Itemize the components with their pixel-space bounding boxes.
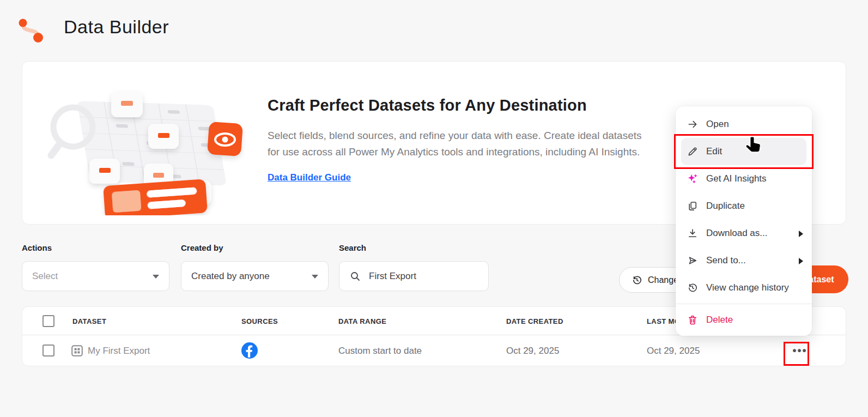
- arrow-right-icon: [687, 118, 699, 130]
- submenu-chevron-right-icon: [799, 231, 803, 237]
- menu-item-edit[interactable]: Edit: [681, 138, 806, 165]
- page-title: Data Builder: [64, 16, 169, 38]
- created-by-select[interactable]: Created by anyone: [181, 261, 329, 291]
- data-card-shape: [103, 179, 208, 215]
- send-icon: [687, 255, 699, 267]
- data-builder-guide-link[interactable]: Data Builder Guide: [268, 172, 351, 183]
- date-created-value: Oct 29, 2025: [506, 346, 559, 356]
- hero-description-line2: for use across all Power My Analytics to…: [268, 144, 642, 160]
- column-header-sources: SOURCES: [241, 317, 278, 325]
- row-actions-menu-button[interactable]: •••: [788, 340, 812, 361]
- menu-item-view-change-history[interactable]: View change history: [676, 274, 812, 301]
- dataset-grid-icon: [71, 345, 83, 356]
- column-header-data-range: DATA RANGE: [338, 317, 386, 325]
- download-icon: [687, 227, 699, 239]
- chevron-down-icon: [312, 275, 318, 279]
- created-by-select-value: Created by anyone: [181, 271, 270, 282]
- menu-item-label: Delete: [706, 315, 733, 325]
- search-label: Search: [339, 243, 366, 252]
- actions-select-value: Select: [22, 271, 58, 282]
- menu-item-label: Edit: [706, 146, 722, 157]
- created-by-label: Created by: [181, 243, 223, 252]
- column-header-date-created: DATE CREATED: [506, 317, 563, 325]
- dataset-name[interactable]: My First Export: [88, 346, 150, 356]
- sparkles-icon: [687, 173, 699, 185]
- submenu-chevron-right-icon: [799, 258, 803, 264]
- column-header-dataset: DATASET: [72, 317, 106, 325]
- search-field[interactable]: [339, 261, 489, 291]
- hero-description: Select fields, blend sources, and refine…: [268, 128, 642, 160]
- trash-icon: [687, 314, 699, 326]
- actions-label: Actions: [22, 243, 52, 252]
- menu-item-label: Duplicate: [706, 201, 745, 211]
- hero-description-line1: Select fields, blend sources, and refine…: [268, 128, 642, 144]
- search-input[interactable]: [369, 271, 472, 282]
- menu-item-get-ai-insights[interactable]: Get AI Insights: [676, 165, 812, 192]
- menu-item-send-to[interactable]: Send to...: [676, 247, 812, 274]
- eye-icon: [207, 122, 243, 156]
- menu-item-open[interactable]: Open: [676, 111, 812, 138]
- history-icon: [687, 282, 699, 294]
- row-context-menu: Open Edit Get AI Insights Duplicate Down…: [676, 106, 812, 336]
- actions-select[interactable]: Select: [22, 261, 169, 291]
- menu-item-label: Send to...: [706, 255, 746, 266]
- menu-item-label: Download as...: [706, 228, 767, 239]
- app-logo-icon: [16, 16, 44, 44]
- facebook-icon: [241, 342, 258, 359]
- datasets-illustration: [47, 79, 254, 215]
- row-checkbox[interactable]: [43, 345, 54, 356]
- menu-item-label: Get AI Insights: [706, 173, 767, 184]
- duplicate-icon: [687, 200, 699, 212]
- menu-item-duplicate[interactable]: Duplicate: [676, 192, 812, 220]
- search-icon: [350, 271, 360, 281]
- chevron-down-icon: [153, 275, 159, 279]
- menu-item-download-as[interactable]: Download as...: [676, 220, 812, 247]
- menu-item-label: Open: [706, 119, 729, 130]
- hero-title: Craft Perfect Datasets for Any Destinati…: [268, 96, 587, 114]
- pencil-icon: [687, 146, 699, 158]
- menu-divider: [676, 304, 812, 304]
- history-icon: [632, 275, 642, 286]
- data-range-value: Custom start to date: [338, 346, 422, 356]
- select-all-checkbox[interactable]: [43, 315, 54, 327]
- table-row[interactable]: My First Export Custom start to date Oct…: [22, 335, 846, 366]
- menu-item-delete[interactable]: Delete: [676, 306, 812, 334]
- app-header: Data Builder: [0, 0, 868, 55]
- menu-item-label: View change history: [706, 282, 789, 293]
- last-modified-value: Oct 29, 2025: [647, 346, 700, 356]
